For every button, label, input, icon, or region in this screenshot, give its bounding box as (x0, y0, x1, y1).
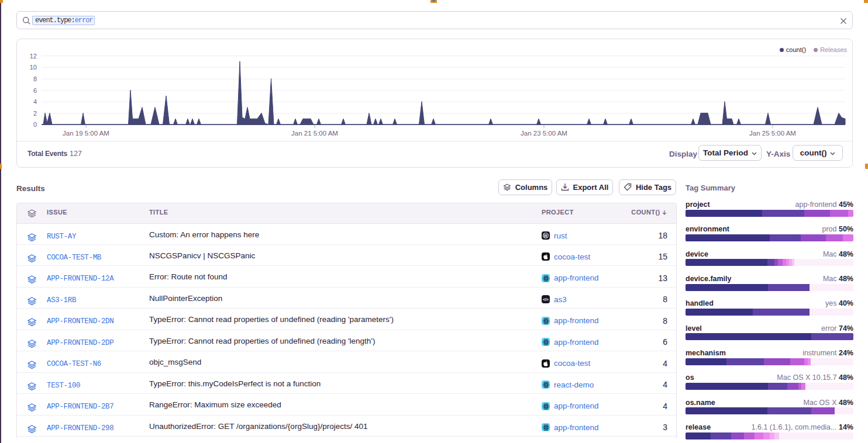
svg-text:</>: </> (543, 297, 549, 302)
svg-text:R: R (544, 233, 547, 238)
